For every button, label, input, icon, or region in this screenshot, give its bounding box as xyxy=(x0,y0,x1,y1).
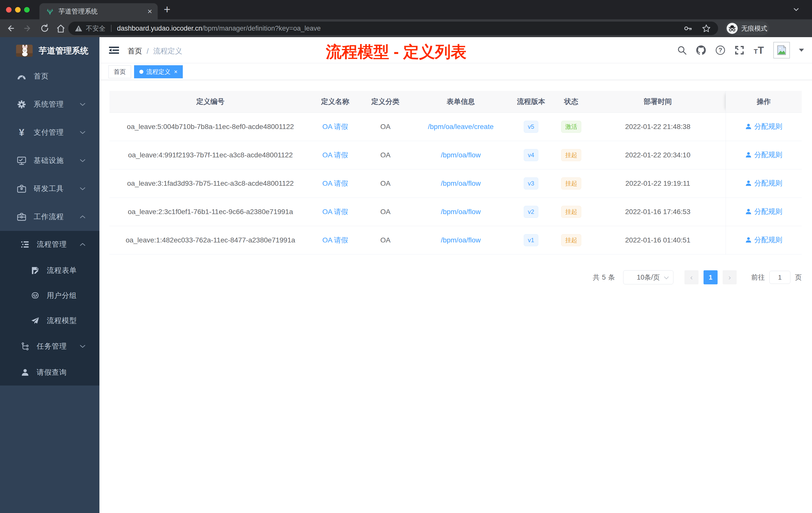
table-header-row: 定义编号 定义名称 定义分类 表单信息 流程版本 状态 部署时间 操作 xyxy=(110,91,802,113)
window-controls[interactable] xyxy=(6,7,30,12)
avatar[interactable] xyxy=(773,42,790,58)
assign-rule-link[interactable]: 分配规则 xyxy=(745,235,782,245)
collapse-sidebar-icon[interactable] xyxy=(109,45,119,55)
table-row: oa_leave:4:991f2193-7b7f-11ec-a3c8-acde4… xyxy=(110,141,802,169)
new-tab-button[interactable]: + xyxy=(164,3,171,15)
current-page-button[interactable]: 1 xyxy=(703,270,718,284)
deploy-time: 2022-01-22 21:48:38 xyxy=(625,123,691,130)
address-bar[interactable]: 不安全 dashboard.yudao.iocoder.cn/bpm/manag… xyxy=(68,22,718,35)
url-host[interactable]: dashboard.yudao.iocoder.cn xyxy=(117,25,202,32)
goto-page-input[interactable] xyxy=(769,271,790,284)
sidebar-item-workflow[interactable]: 工作流程 xyxy=(0,203,99,231)
tab-search-chevron-icon[interactable] xyxy=(792,6,800,12)
page-size-select[interactable]: 10条/页 xyxy=(623,270,673,284)
sidebar-item-process-management[interactable]: 流程管理 xyxy=(0,231,99,258)
definition-table: 定义编号 定义名称 定义分类 表单信息 流程版本 状态 部署时间 操作 oa_l… xyxy=(110,91,802,254)
github-icon[interactable] xyxy=(696,45,706,56)
sidebar-item-system[interactable]: 系统管理 xyxy=(0,90,99,118)
table-cell: 分配规则 xyxy=(726,169,802,198)
table-cell: 2022-01-22 21:48:38 xyxy=(590,113,726,141)
sidebar-logo[interactable]: 芋道管理系统 xyxy=(0,37,99,64)
definition-name-link[interactable]: OA 请假 xyxy=(322,236,348,244)
search-icon[interactable] xyxy=(677,45,687,55)
sidebar-item-infrastructure[interactable]: 基础设施 xyxy=(0,147,99,175)
table-cell: oa_leave:5:004b710b-7b8a-11ec-8ef0-acde4… xyxy=(110,113,311,141)
col-definition-category: 定义分类 xyxy=(359,91,412,113)
back-icon[interactable] xyxy=(5,24,15,33)
tag-home[interactable]: 首页 xyxy=(109,65,131,78)
form-info-link[interactable]: /bpm/oa/flow xyxy=(441,208,481,216)
definition-name-link[interactable]: OA 请假 xyxy=(322,208,348,216)
svg-text:T: T xyxy=(758,45,764,55)
chevron-down-icon xyxy=(79,186,86,191)
table-cell: 2022-01-16 17:46:53 xyxy=(590,198,726,226)
form-info-link[interactable]: /bpm/oa/leave/create xyxy=(428,123,494,130)
definition-name-link[interactable]: OA 请假 xyxy=(322,151,348,159)
user-icon xyxy=(20,368,30,376)
bookmark-star-icon[interactable] xyxy=(702,24,710,33)
sidebar-item-payment[interactable]: ¥ 支付管理 xyxy=(0,118,99,147)
status-badge: 挂起 xyxy=(561,206,581,218)
url-path[interactable]: /bpm/manager/definition?key=oa_leave xyxy=(202,25,321,32)
version-badge: v2 xyxy=(524,206,538,218)
chevron-down-icon xyxy=(79,102,86,107)
table-cell: /bpm/oa/leave/create xyxy=(412,113,510,141)
reload-icon[interactable] xyxy=(40,24,50,33)
help-icon[interactable]: ? xyxy=(715,45,726,56)
sidebar-item-task-management[interactable]: 任务管理 xyxy=(0,333,99,359)
tab-close-icon[interactable]: × xyxy=(147,7,152,15)
breadcrumb-home[interactable]: 首页 xyxy=(127,46,142,56)
table-cell: 挂起 xyxy=(552,141,590,169)
assign-rule-link[interactable]: 分配规则 xyxy=(745,178,782,188)
tag-close-icon[interactable]: × xyxy=(174,69,177,75)
browser-tab[interactable]: 芋道管理系统 × xyxy=(39,3,158,19)
sidebar-item-devtools[interactable]: 研发工具 xyxy=(0,175,99,203)
tab-strip: 芋道管理系统 × + xyxy=(0,0,812,19)
top-navbar: 首页 / 流程定义 流程模型 - 定义列表 ? TT xyxy=(99,37,812,63)
avatar-caret-icon[interactable] xyxy=(799,48,805,52)
sidebar-item-process-model[interactable]: 流程模型 xyxy=(0,308,99,333)
next-page-button[interactable]: › xyxy=(723,270,737,284)
password-key-icon[interactable] xyxy=(684,24,692,33)
assign-user-icon xyxy=(745,180,752,186)
active-tag-dot xyxy=(139,70,143,74)
close-window-button[interactable] xyxy=(6,7,11,12)
prev-page-button[interactable]: ‹ xyxy=(685,270,698,284)
definition-name-link[interactable]: OA 请假 xyxy=(322,179,348,187)
sidebar-item-leave-query[interactable]: 请假查询 xyxy=(0,359,99,386)
incognito-label: 无痕模式 xyxy=(741,24,767,33)
definition-category: OA xyxy=(380,179,390,187)
assign-rule-link[interactable]: 分配规则 xyxy=(745,150,782,160)
not-secure-warning-icon xyxy=(75,25,82,32)
assign-rule-link[interactable]: 分配规则 xyxy=(745,207,782,216)
list-tree-icon xyxy=(20,241,30,248)
table-cell: /bpm/oa/flow xyxy=(412,141,510,169)
form-info-link[interactable]: /bpm/oa/flow xyxy=(441,151,481,159)
assign-rule-link[interactable]: 分配规则 xyxy=(745,122,782,131)
tag-process-definition[interactable]: 流程定义 × xyxy=(134,65,183,78)
sidebar-item-user-group[interactable]: 用户分组 xyxy=(0,283,99,308)
maximize-window-button[interactable] xyxy=(24,7,30,12)
font-size-icon[interactable]: TT xyxy=(753,45,765,55)
definition-name-link[interactable]: OA 请假 xyxy=(322,123,348,130)
incognito-icon xyxy=(727,23,738,34)
form-info-link[interactable]: /bpm/oa/flow xyxy=(441,179,481,187)
col-actions: 操作 xyxy=(726,91,802,113)
sidebar-item-home[interactable]: 首页 xyxy=(0,62,99,90)
table-cell: oa_leave:2:3c1f0ef1-76b1-11ec-9c66-a2380… xyxy=(110,198,311,226)
col-status: 状态 xyxy=(552,91,590,113)
gear-icon xyxy=(17,100,27,109)
forward-icon[interactable] xyxy=(23,24,33,33)
not-secure-label[interactable]: 不安全 xyxy=(86,24,106,33)
browser-chrome: 芋道管理系统 × + 不安全 dashboard.yudao.iocoder.c… xyxy=(0,0,812,37)
home-icon[interactable] xyxy=(56,24,66,33)
minimize-window-button[interactable] xyxy=(15,7,21,12)
browser-toolbar: 不安全 dashboard.yudao.iocoder.cn/bpm/manag… xyxy=(0,19,812,37)
breadcrumb: 首页 / 流程定义 xyxy=(127,46,182,56)
sidebar-item-process-form[interactable]: 流程表单 xyxy=(0,258,99,283)
org-branch-icon xyxy=(20,342,30,350)
chevron-down-icon xyxy=(79,130,86,135)
col-definition-name: 定义名称 xyxy=(311,91,359,113)
fullscreen-icon[interactable] xyxy=(734,45,745,56)
form-info-link[interactable]: /bpm/oa/flow xyxy=(441,236,481,244)
